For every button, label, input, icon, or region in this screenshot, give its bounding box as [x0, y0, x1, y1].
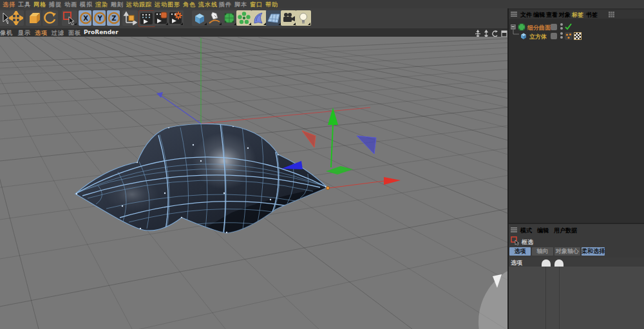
maximize-view-icon[interactable]	[502, 31, 507, 37]
selection-tag-icon[interactable]	[565, 32, 573, 40]
om-menu-object[interactable]: 对象	[559, 11, 571, 19]
render-settings-icon[interactable]	[168, 10, 184, 26]
move-tool-icon[interactable]	[8, 10, 24, 26]
vpmenu-item-4[interactable]: 面板	[68, 29, 81, 37]
scale-tool-icon[interactable]	[26, 10, 41, 26]
am-tab-0[interactable]: 选项	[509, 247, 531, 256]
am-content-area	[509, 267, 644, 329]
render-picture-viewer-icon[interactable]	[153, 10, 169, 26]
hamburger-icon[interactable]	[511, 227, 517, 232]
dropdown-corner	[308, 23, 310, 25]
environment-floor-icon[interactable]	[266, 10, 281, 26]
om-menu-edit[interactable]: 编辑	[533, 11, 545, 19]
x-axis-line[interactable]	[329, 181, 384, 188]
object-origin-dot[interactable]	[326, 186, 329, 189]
xy-plane-handle[interactable]	[302, 131, 316, 147]
om-menu-view[interactable]: 查看	[546, 11, 558, 19]
z-letter: Z	[111, 15, 116, 22]
column-divider	[545, 267, 546, 329]
dropdown-corner	[74, 23, 77, 25]
box-select-tool-icon[interactable]	[62, 10, 77, 26]
zy-plane-handle[interactable]	[357, 136, 376, 154]
camera-icon[interactable]	[281, 10, 296, 26]
brim-highlight	[105, 178, 159, 211]
mograph-icon[interactable]	[236, 10, 252, 26]
live-selection-arrow-icon[interactable]	[0, 10, 9, 26]
layer-chip[interactable]	[551, 24, 557, 30]
am-tab-3[interactable]: 柔和选择	[582, 247, 605, 256]
checkerboard-tag-icon[interactable]	[574, 32, 582, 40]
spline-pen-icon[interactable]	[207, 10, 222, 26]
z-axis-lock-icon[interactable]: Z	[107, 10, 120, 26]
am-tabs: 选项轴向对象轴心柔和选择	[509, 247, 644, 257]
falloff-dome-handle[interactable]	[542, 259, 551, 267]
om-menu-bookmarks[interactable]: 书签	[586, 11, 598, 19]
vpmenu-item-0[interactable]: 摄像机	[0, 29, 13, 37]
object-row-subdivision[interactable]: 细分曲面	[509, 23, 644, 31]
world-z-axis	[160, 95, 201, 124]
y-axis-line[interactable]	[331, 125, 333, 167]
render-visibility-dot[interactable]	[560, 36, 563, 39]
x-axis-lock-icon[interactable]: X	[79, 10, 91, 26]
object-row-cube[interactable]: 立方体	[509, 32, 644, 40]
x-letter: X	[83, 15, 88, 22]
tool-name-label: 框选	[522, 238, 533, 247]
render-visibility-dot[interactable]	[560, 27, 563, 30]
x-axis-arrow[interactable]	[384, 177, 401, 185]
hamburger-icon[interactable]	[511, 12, 517, 17]
dropdown-corner	[180, 23, 183, 25]
vpmenu-item-2[interactable]: 选项	[35, 29, 48, 37]
viewport-3d[interactable]	[0, 37, 507, 329]
light-icon[interactable]	[296, 10, 311, 26]
vpmenu-item-5[interactable]: ProRender	[84, 29, 118, 35]
am-menu-edit[interactable]: 编辑	[537, 227, 549, 235]
subdivision-surface-icon[interactable]	[222, 10, 237, 26]
am-tab-2[interactable]: 对象轴心	[554, 247, 580, 256]
editor-visibility-dot[interactable]	[560, 23, 563, 26]
y-letter: Y	[97, 15, 102, 22]
rotate-view-icon[interactable]	[493, 30, 498, 36]
object-name[interactable]: 立方体	[529, 33, 547, 41]
om-menu-tags[interactable]: 标签	[572, 11, 583, 19]
main-menubar: 选择工具网格捕捉动画模拟渲染雕刻运动跟踪运动图形角色流水线插件脚本窗口帮助	[0, 0, 644, 9]
vpmenu-item-1[interactable]: 显示	[18, 29, 31, 37]
primitive-cube-icon[interactable]	[192, 10, 207, 26]
coordinate-system-icon[interactable]	[122, 10, 138, 26]
column-divider	[559, 267, 560, 329]
am-section-header[interactable]: 选项	[509, 258, 644, 267]
am-menu-mode[interactable]: 模式	[520, 227, 532, 235]
vpmenu-item-3[interactable]: 过滤	[52, 29, 64, 37]
object-manager-menubar: 文件 编辑 查看 对象 标签 书签	[509, 10, 644, 19]
right-panel: 文件 编辑 查看 对象 标签 书签 细分曲面 立方体 模式 编辑 用户数据 框选…	[507, 8, 644, 329]
om-menu-file[interactable]: 文件	[520, 11, 532, 19]
falloff-dome-handle[interactable]	[554, 259, 564, 267]
editor-visibility-dot[interactable]	[560, 32, 563, 35]
am-menu-userdata[interactable]: 用户数据	[554, 227, 577, 235]
y-axis-lock-icon[interactable]: Y	[93, 10, 106, 26]
enabled-check-icon[interactable]	[565, 23, 572, 30]
viewport-menubar: 摄像机显示选项过滤面板ProRender	[0, 28, 507, 37]
viewport-controls	[474, 28, 507, 37]
panel-icon[interactable]	[609, 12, 614, 17]
attribute-manager: 模式 编辑 用户数据 框选 选项轴向对象轴心柔和选择 选项	[509, 223, 644, 329]
layer-chip[interactable]	[551, 33, 557, 39]
cube-icon	[520, 32, 527, 40]
deformer-icon[interactable]	[251, 10, 267, 26]
am-tab-1[interactable]: 轴向	[532, 247, 553, 256]
box-select-tool-icon	[511, 236, 520, 245]
rotate-tool-icon[interactable]	[43, 10, 58, 26]
